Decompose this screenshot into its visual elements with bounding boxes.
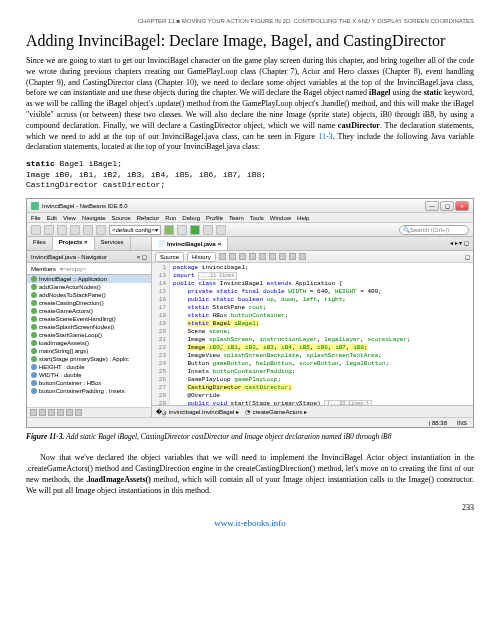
method-icon [31, 348, 37, 354]
member-label: createSceneEventHandling() [39, 316, 116, 322]
member-label: createSplashScreenNodes() [39, 324, 114, 330]
build-icon[interactable] [164, 225, 174, 235]
member-item[interactable]: HEIGHT : double [27, 363, 151, 371]
new-project-icon[interactable] [44, 225, 54, 235]
editor-tool-icon[interactable] [299, 253, 306, 260]
member-item[interactable]: buttonContainerPadding : Insets [27, 387, 151, 395]
close-button[interactable]: × [455, 201, 469, 211]
editor-tab-invincibagel[interactable]: 📄 InvinciBagel.java × [152, 237, 228, 250]
method-icon [31, 332, 37, 338]
code-content[interactable]: package invincibagel;import ...11 linesp… [170, 263, 473, 405]
editor-tool-icon[interactable] [259, 253, 266, 260]
undo-icon[interactable] [83, 225, 93, 235]
insert-mode: INS [457, 420, 467, 426]
member-item[interactable]: buttonContainer : HBox [27, 379, 151, 387]
files-tab[interactable]: Files [27, 237, 53, 250]
config-selector[interactable]: <default config> ▾ [109, 225, 161, 235]
editor-panel-controls[interactable]: ◻ [465, 253, 470, 260]
navigator-panel: Files Projects × Services InvinciBagel.j… [27, 237, 152, 417]
method-icon [31, 308, 37, 314]
editor-tool-icon[interactable] [279, 253, 286, 260]
run-icon[interactable] [190, 225, 200, 235]
member-item[interactable]: addGameActorNodes() [27, 283, 151, 291]
member-item[interactable]: loadImageAssets() [27, 339, 151, 347]
menu-edit[interactable]: Edit [47, 215, 57, 221]
debug-icon[interactable] [203, 225, 213, 235]
method-icon [31, 316, 37, 322]
filter-icon-1[interactable] [30, 409, 37, 416]
menu-source[interactable]: Source [112, 215, 131, 221]
editor-tool-icon[interactable] [289, 253, 296, 260]
services-tab[interactable]: Services [95, 237, 131, 250]
member-label: WIDTH : double [39, 372, 82, 378]
menu-refactor[interactable]: Refactor [137, 215, 160, 221]
field-icon [31, 380, 37, 386]
breadcrumb-class[interactable]: �ې invincibagel.InvinciBagel ▸ [156, 408, 239, 415]
member-item[interactable]: createSplashScreenNodes() [27, 323, 151, 331]
cursor-position: | 88:38 [429, 420, 447, 426]
member-item[interactable]: createStartGameLoop() [27, 331, 151, 339]
editor-tool-icon[interactable] [249, 253, 256, 260]
menu-team[interactable]: Team [229, 215, 244, 221]
menu-file[interactable]: File [31, 215, 41, 221]
member-item[interactable]: createSceneEventHandling() [27, 315, 151, 323]
breadcrumb-method[interactable]: ◔ createGameActors ▸ [245, 408, 307, 415]
editor-tab-controls[interactable]: ◂ ▸ ▾ ◻ [446, 237, 473, 250]
line-gutter: 11314151617181920212223242526272829 [152, 263, 170, 405]
editor-tool-icon[interactable] [269, 253, 276, 260]
save-all-icon[interactable] [70, 225, 80, 235]
filter-icon-3[interactable] [48, 409, 55, 416]
projects-tab[interactable]: Projects × [53, 237, 95, 250]
member-item[interactable]: addNodesToStackPane() [27, 291, 151, 299]
menu-run[interactable]: Run [165, 215, 176, 221]
member-label: buttonContainerPadding : Insets [39, 388, 125, 394]
code-editor[interactable]: 11314151617181920212223242526272829 pack… [152, 263, 473, 405]
member-label: buttonContainer : HBox [39, 380, 101, 386]
editor-toolbar: Source History ◻ [152, 251, 473, 263]
member-label: createStartGameLoop() [39, 332, 102, 338]
filter-icon-6[interactable] [75, 409, 82, 416]
filter-icon-2[interactable] [39, 409, 46, 416]
filter-icon-4[interactable] [57, 409, 64, 416]
member-item[interactable]: main(String[] args) [27, 347, 151, 355]
menu-tools[interactable]: Tools [250, 215, 264, 221]
menu-help[interactable]: Help [297, 215, 309, 221]
member-item[interactable]: createGameActors() [27, 307, 151, 315]
editor-tool-icon[interactable] [219, 253, 226, 260]
editor-tool-icon[interactable] [239, 253, 246, 260]
breadcrumb-bar: �ې invincibagel.InvinciBagel ▸ ◔ createG… [152, 405, 473, 417]
page-number: 233 [26, 503, 474, 512]
redo-icon[interactable] [96, 225, 106, 235]
filter-icon-5[interactable] [66, 409, 73, 416]
menu-navigate[interactable]: Navigate [82, 215, 106, 221]
minimize-button[interactable]: — [425, 201, 439, 211]
member-item[interactable]: WIDTH : double [27, 371, 151, 379]
editor-tool-icon[interactable] [229, 253, 236, 260]
member-item[interactable]: createCastingDirection() [27, 299, 151, 307]
member-item[interactable]: InvinciBagel :: Application [27, 275, 151, 283]
method-icon [31, 356, 37, 362]
intro-paragraph: Since we are going to start to get our I… [26, 56, 474, 153]
maximize-button[interactable]: ◻ [440, 201, 454, 211]
main-toolbar: <default config> ▾ 🔍 Search (Ctrl+I) [27, 223, 473, 237]
source-view-button[interactable]: Source [155, 252, 184, 262]
menu-view[interactable]: View [63, 215, 76, 221]
field-icon [31, 372, 37, 378]
new-file-icon[interactable] [31, 225, 41, 235]
clean-build-icon[interactable] [177, 225, 187, 235]
menu-window[interactable]: Window [270, 215, 291, 221]
open-icon[interactable] [57, 225, 67, 235]
members-filter[interactable]: <empty> [63, 266, 86, 272]
global-search[interactable]: 🔍 Search (Ctrl+I) [399, 225, 469, 235]
footer-link[interactable]: www.it-ebooks.info [26, 518, 474, 528]
window-title: InvinciBagel - NetBeans IDE 8.0 [42, 203, 128, 209]
menu-profile[interactable]: Profile [206, 215, 223, 221]
menu-debug[interactable]: Debug [182, 215, 200, 221]
navigator-header: InvinciBagel.java - Navigator × ◻ [27, 251, 151, 263]
panel-controls-icon[interactable]: × ◻ [137, 253, 147, 260]
member-item[interactable]: start(Stage primaryStage) : Applic [27, 355, 151, 363]
method-icon [31, 284, 37, 290]
status-bar: | 88:38 INS [27, 417, 473, 427]
history-view-button[interactable]: History [187, 252, 216, 262]
profile-icon[interactable] [216, 225, 226, 235]
